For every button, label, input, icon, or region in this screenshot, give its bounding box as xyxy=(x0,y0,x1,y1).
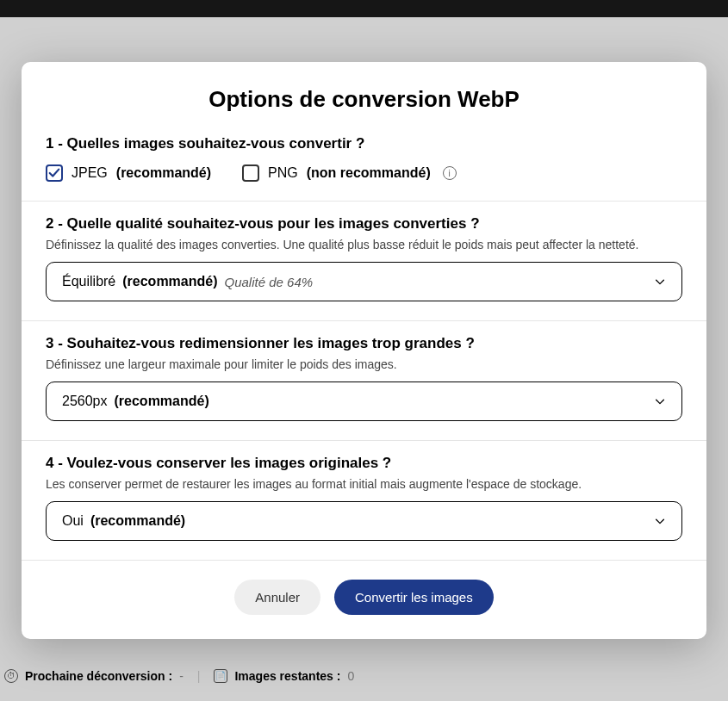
section2-title: 2 - Quelle qualité souhaitez-vous pour l… xyxy=(46,215,682,233)
preserve-rec: (recommandé) xyxy=(90,513,185,529)
jpeg-rec: (recommandé) xyxy=(116,165,211,181)
jpeg-label: JPEG xyxy=(72,165,108,181)
section4-desc: Les conserver permet de restaurer les im… xyxy=(46,477,682,491)
modal-body: 1 - Quelles images souhaitez-vous conver… xyxy=(22,128,706,560)
section3-desc: Définissez une largeur maximale pour lim… xyxy=(46,357,682,371)
section3-title: 3 - Souhaitez-vous redimensionner les im… xyxy=(46,335,682,352)
modal-footer: Annuler Convertir les images xyxy=(22,560,706,639)
png-checkbox-item[interactable]: PNG (non recommandé) i xyxy=(242,164,457,182)
chevron-down-icon xyxy=(654,276,666,288)
preserve-select[interactable]: Oui (recommandé) xyxy=(46,501,682,541)
chevron-down-icon xyxy=(654,515,666,527)
png-checkbox[interactable] xyxy=(242,164,259,182)
quality-sub: Qualité de 64% xyxy=(225,275,314,289)
modal-title: Options de conversion WebP xyxy=(22,62,706,128)
chevron-down-icon xyxy=(654,395,666,407)
section4-title: 4 - Voulez-vous conserver les images ori… xyxy=(46,455,682,472)
convert-button[interactable]: Convertir les images xyxy=(334,580,494,615)
info-icon[interactable]: i xyxy=(443,166,457,180)
resize-value: 2560px xyxy=(62,394,108,409)
section1-title: 1 - Quelles images souhaitez-vous conver… xyxy=(46,135,682,152)
webp-conversion-modal: Options de conversion WebP 1 - Quelles i… xyxy=(22,62,706,639)
section-preserve: 4 - Voulez-vous conserver les images ori… xyxy=(22,440,706,560)
resize-select[interactable]: 2560px (recommandé) xyxy=(46,382,682,421)
cancel-button[interactable]: Annuler xyxy=(234,580,320,615)
section-quality: 2 - Quelle qualité souhaitez-vous pour l… xyxy=(22,201,706,320)
quality-select[interactable]: Équilibré (recommandé) Qualité de 64% xyxy=(46,262,682,301)
png-rec: (non recommandé) xyxy=(307,165,431,181)
quality-rec: (recommandé) xyxy=(122,274,217,289)
preserve-value: Oui xyxy=(62,513,84,529)
jpeg-checkbox[interactable] xyxy=(46,164,63,182)
jpeg-checkbox-item[interactable]: JPEG (recommandé) xyxy=(46,164,211,182)
png-label: PNG xyxy=(268,165,298,181)
section-image-types: 1 - Quelles images souhaitez-vous conver… xyxy=(22,128,706,201)
quality-value: Équilibré xyxy=(62,274,115,289)
section2-desc: Définissez la qualité des images convert… xyxy=(46,238,682,251)
section-resize: 3 - Souhaitez-vous redimensionner les im… xyxy=(22,320,706,440)
modal-overlay[interactable]: Options de conversion WebP 1 - Quelles i… xyxy=(0,0,728,701)
resize-rec: (recommandé) xyxy=(115,394,209,409)
check-icon xyxy=(48,167,60,179)
